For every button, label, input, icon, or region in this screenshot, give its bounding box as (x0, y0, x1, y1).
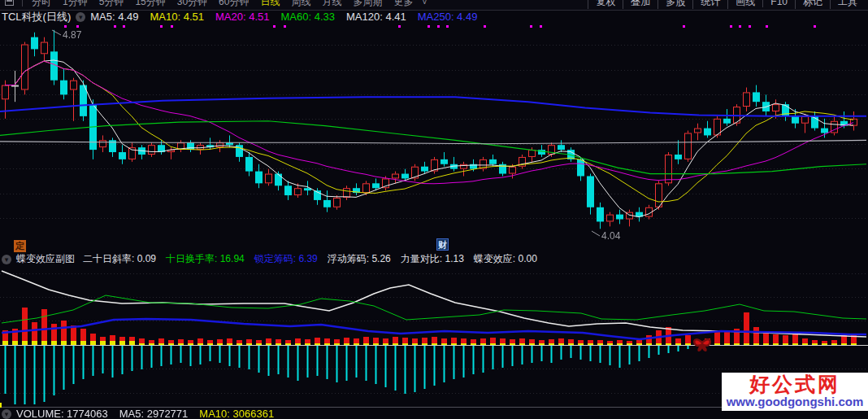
top-toolbar: 分时1分钟5分钟15分钟30分钟60分钟日线周线月线多周期更多 ˅ 复权叠加多股… (0, 0, 868, 11)
toolbar-button-画线[interactable]: 画线 (727, 0, 762, 9)
toolbar-button-group: 复权叠加多股统计画线F10标记工具 (588, 0, 865, 9)
period-tab-60分钟[interactable]: 60分钟 (213, 0, 254, 9)
toolbar-button-复权[interactable]: 复权 (588, 0, 623, 9)
left-edge-tick (0, 403, 2, 408)
volume-field: VOLUME: 1774063 (16, 408, 108, 419)
indicator-field: 浮动筹码: 5.26 (328, 252, 391, 266)
period-tabs: 分时1分钟5分钟15分钟30分钟60分钟日线周线月线多周期更多 ˅ (3, 0, 430, 9)
cai-badge[interactable]: 财 (436, 238, 449, 251)
toolbar-button-工具[interactable]: 工具 (830, 0, 865, 9)
toolbar-button-叠加[interactable]: 叠加 (623, 0, 658, 9)
watermark-url: www.goodgongshi.com (722, 395, 868, 408)
watermark: 好公式网 www.goodgongshi.com (722, 373, 868, 411)
ma-label: MA120: 4.41 (346, 11, 406, 23)
sub-indicator-header: ▾ 蝶变效应副图 二十日斜率: 0.09十日换手率: 16.94锁定筹码: 6.… (0, 253, 868, 265)
stock-title: TCL科技(日线) (2, 10, 71, 24)
period-tab-5分钟[interactable]: 5分钟 (93, 0, 130, 9)
chevron-down-icon[interactable]: ▾ (2, 255, 11, 264)
ma-label: MA10: 4.51 (150, 11, 204, 23)
more-dropdown-arrow[interactable]: ˅ (419, 0, 430, 7)
ma-label: MA60: 4.33 (280, 11, 335, 23)
main-candlestick-chart[interactable] (0, 23, 868, 241)
period-tab-分时[interactable]: 分时 (26, 0, 57, 9)
ma-label: MA20: 4.51 (215, 11, 270, 23)
volume-field: MA10: 3066361 (199, 408, 274, 419)
ma-label: MA5: 4.49 (90, 11, 138, 23)
period-tab-日线[interactable]: 日线 (254, 0, 285, 9)
stock-app-window: { "colors": { "background": "#07070e", "… (0, 0, 868, 419)
indicator-field: 二十日斜率: 0.09 (83, 252, 156, 266)
toolbar-button-标记[interactable]: 标记 (795, 0, 830, 9)
indicator-field: 锁定筹码: 6.39 (254, 252, 318, 266)
period-tab-15分钟[interactable]: 15分钟 (129, 0, 171, 9)
period-tab-周线[interactable]: 周线 (285, 0, 316, 9)
period-tab-更多[interactable]: 更多 (388, 0, 419, 9)
main-chart-header: TCL科技(日线) ▾ MA5: 4.49MA10: 4.51MA20: 4.5… (0, 11, 868, 23)
indicator-field: 力量对比: 1.13 (401, 252, 464, 266)
period-tab-30分钟[interactable]: 30分钟 (171, 0, 213, 9)
period-tab-月线[interactable]: 月线 (316, 0, 347, 9)
chevron-down-icon[interactable]: ▾ (2, 409, 11, 419)
volume-field: MA5: 2972771 (119, 408, 189, 419)
toolbar-button-统计[interactable]: 统计 (692, 0, 727, 9)
indicator-field: 蝶变效应: 0.00 (474, 252, 537, 266)
period-tab-1分钟[interactable]: 1分钟 (57, 0, 93, 9)
toolbar-divider (22, 0, 23, 7)
indicator-name: 蝶变效应副图 (16, 252, 75, 266)
watermark-title: 好公式网 (722, 373, 868, 395)
ma-label: MA250: 4.49 (418, 11, 478, 23)
chevron-down-icon[interactable]: ▾ (76, 12, 85, 22)
toolbar-button-多股[interactable]: 多股 (658, 0, 692, 9)
toolbar-button-F10[interactable]: F10 (762, 0, 795, 7)
indicator-field: 十日换手率: 16.94 (166, 252, 245, 266)
chart-window-icon[interactable] (5, 0, 14, 6)
ding-badge[interactable]: 定 (14, 240, 26, 252)
period-tab-多周期[interactable]: 多周期 (347, 0, 388, 9)
